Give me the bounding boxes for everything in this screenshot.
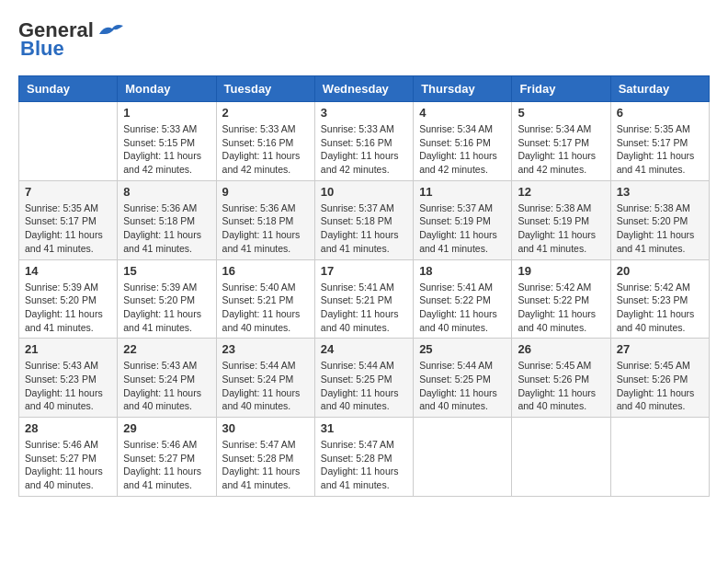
weekday-header-friday: Friday	[512, 76, 610, 102]
day-info: Sunrise: 5:44 AM Sunset: 5:24 PM Dayligh…	[222, 359, 309, 413]
calendar-week-4: 21Sunrise: 5:43 AM Sunset: 5:23 PM Dayli…	[19, 339, 710, 418]
calendar-week-2: 7Sunrise: 5:35 AM Sunset: 5:17 PM Daylig…	[19, 180, 710, 259]
day-info: Sunrise: 5:35 AM Sunset: 5:17 PM Dayligh…	[617, 122, 703, 177]
logo: General Blue	[18, 18, 125, 61]
calendar-cell	[512, 418, 610, 497]
day-number: 8	[123, 185, 210, 199]
calendar-cell: 17Sunrise: 5:41 AM Sunset: 5:21 PM Dayli…	[314, 259, 413, 339]
calendar-cell: 23Sunrise: 5:44 AM Sunset: 5:24 PM Dayli…	[216, 339, 314, 418]
day-number: 5	[518, 106, 604, 120]
day-info: Sunrise: 5:34 AM Sunset: 5:17 PM Dayligh…	[518, 122, 604, 177]
calendar-cell: 7Sunrise: 5:35 AM Sunset: 5:17 PM Daylig…	[19, 180, 118, 259]
calendar-cell	[414, 418, 512, 497]
day-info: Sunrise: 5:36 AM Sunset: 5:18 PM Dayligh…	[222, 201, 309, 256]
calendar-cell: 14Sunrise: 5:39 AM Sunset: 5:20 PM Dayli…	[19, 259, 118, 339]
calendar-cell: 19Sunrise: 5:42 AM Sunset: 5:22 PM Dayli…	[512, 259, 610, 339]
day-number: 27	[617, 342, 703, 356]
day-info: Sunrise: 5:46 AM Sunset: 5:27 PM Dayligh…	[123, 438, 210, 492]
day-number: 20	[617, 264, 703, 278]
day-number: 11	[419, 185, 506, 199]
calendar-cell: 13Sunrise: 5:38 AM Sunset: 5:20 PM Dayli…	[610, 180, 709, 259]
day-info: Sunrise: 5:38 AM Sunset: 5:20 PM Dayligh…	[617, 201, 703, 256]
day-info: Sunrise: 5:42 AM Sunset: 5:22 PM Dayligh…	[518, 281, 604, 335]
calendar-cell: 29Sunrise: 5:46 AM Sunset: 5:27 PM Dayli…	[118, 418, 216, 497]
calendar-cell: 28Sunrise: 5:46 AM Sunset: 5:27 PM Dayli…	[19, 418, 118, 497]
weekday-header-tuesday: Tuesday	[216, 76, 314, 102]
day-number: 12	[518, 185, 604, 199]
day-info: Sunrise: 5:36 AM Sunset: 5:18 PM Dayligh…	[123, 201, 210, 256]
day-info: Sunrise: 5:45 AM Sunset: 5:26 PM Dayligh…	[617, 359, 703, 413]
day-info: Sunrise: 5:35 AM Sunset: 5:17 PM Dayligh…	[25, 201, 111, 256]
day-info: Sunrise: 5:42 AM Sunset: 5:23 PM Dayligh…	[617, 281, 703, 335]
calendar-cell: 5Sunrise: 5:34 AM Sunset: 5:17 PM Daylig…	[512, 102, 610, 181]
calendar-week-1: 1Sunrise: 5:33 AM Sunset: 5:15 PM Daylig…	[19, 102, 710, 181]
day-info: Sunrise: 5:41 AM Sunset: 5:21 PM Dayligh…	[321, 281, 407, 335]
calendar-cell: 20Sunrise: 5:42 AM Sunset: 5:23 PM Dayli…	[610, 259, 709, 339]
calendar-cell: 12Sunrise: 5:38 AM Sunset: 5:19 PM Dayli…	[512, 180, 610, 259]
calendar-week-5: 28Sunrise: 5:46 AM Sunset: 5:27 PM Dayli…	[19, 418, 710, 497]
day-info: Sunrise: 5:44 AM Sunset: 5:25 PM Dayligh…	[321, 359, 407, 413]
calendar-cell: 24Sunrise: 5:44 AM Sunset: 5:25 PM Dayli…	[314, 339, 413, 418]
day-number: 28	[25, 421, 111, 435]
day-info: Sunrise: 5:34 AM Sunset: 5:16 PM Dayligh…	[419, 122, 506, 177]
day-number: 1	[123, 106, 210, 120]
calendar-cell: 3Sunrise: 5:33 AM Sunset: 5:16 PM Daylig…	[314, 102, 413, 181]
logo-blue-text: Blue	[20, 37, 64, 61]
day-info: Sunrise: 5:41 AM Sunset: 5:22 PM Dayligh…	[419, 281, 506, 335]
day-info: Sunrise: 5:46 AM Sunset: 5:27 PM Dayligh…	[25, 438, 111, 492]
calendar-cell: 18Sunrise: 5:41 AM Sunset: 5:22 PM Dayli…	[414, 259, 512, 339]
day-number: 17	[321, 264, 407, 278]
day-number: 26	[518, 342, 604, 356]
calendar-table: SundayMondayTuesdayWednesdayThursdayFrid…	[18, 75, 710, 497]
calendar-cell: 31Sunrise: 5:47 AM Sunset: 5:28 PM Dayli…	[314, 418, 413, 497]
day-number: 16	[222, 264, 309, 278]
day-number: 13	[617, 185, 703, 199]
day-number: 6	[617, 106, 703, 120]
calendar-cell: 25Sunrise: 5:44 AM Sunset: 5:25 PM Dayli…	[414, 339, 512, 418]
day-info: Sunrise: 5:38 AM Sunset: 5:19 PM Dayligh…	[518, 201, 604, 256]
day-number: 21	[25, 342, 111, 356]
day-number: 4	[419, 106, 506, 120]
day-number: 25	[419, 342, 506, 356]
day-info: Sunrise: 5:43 AM Sunset: 5:24 PM Dayligh…	[123, 359, 210, 413]
weekday-header-row: SundayMondayTuesdayWednesdayThursdayFrid…	[19, 76, 710, 102]
day-number: 2	[222, 106, 309, 120]
day-number: 7	[25, 185, 111, 199]
day-info: Sunrise: 5:37 AM Sunset: 5:19 PM Dayligh…	[419, 201, 506, 256]
calendar-cell	[19, 102, 118, 181]
day-info: Sunrise: 5:47 AM Sunset: 5:28 PM Dayligh…	[321, 438, 407, 492]
calendar-cell: 15Sunrise: 5:39 AM Sunset: 5:20 PM Dayli…	[118, 259, 216, 339]
calendar-cell	[610, 418, 709, 497]
calendar-cell: 2Sunrise: 5:33 AM Sunset: 5:16 PM Daylig…	[216, 102, 314, 181]
day-info: Sunrise: 5:39 AM Sunset: 5:20 PM Dayligh…	[123, 281, 210, 335]
day-number: 30	[222, 421, 309, 435]
weekday-header-sunday: Sunday	[19, 76, 118, 102]
day-number: 3	[321, 106, 407, 120]
calendar-cell: 30Sunrise: 5:47 AM Sunset: 5:28 PM Dayli…	[216, 418, 314, 497]
calendar-week-3: 14Sunrise: 5:39 AM Sunset: 5:20 PM Dayli…	[19, 259, 710, 339]
day-number: 22	[123, 342, 210, 356]
day-info: Sunrise: 5:45 AM Sunset: 5:26 PM Dayligh…	[518, 359, 604, 413]
calendar-cell: 27Sunrise: 5:45 AM Sunset: 5:26 PM Dayli…	[610, 339, 709, 418]
calendar-cell: 10Sunrise: 5:37 AM Sunset: 5:18 PM Dayli…	[314, 180, 413, 259]
calendar-cell: 26Sunrise: 5:45 AM Sunset: 5:26 PM Dayli…	[512, 339, 610, 418]
calendar-cell: 21Sunrise: 5:43 AM Sunset: 5:23 PM Dayli…	[19, 339, 118, 418]
day-info: Sunrise: 5:40 AM Sunset: 5:21 PM Dayligh…	[222, 281, 309, 335]
calendar-cell: 6Sunrise: 5:35 AM Sunset: 5:17 PM Daylig…	[610, 102, 709, 181]
day-number: 23	[222, 342, 309, 356]
day-info: Sunrise: 5:33 AM Sunset: 5:15 PM Dayligh…	[123, 122, 210, 177]
calendar-cell: 4Sunrise: 5:34 AM Sunset: 5:16 PM Daylig…	[414, 102, 512, 181]
day-number: 18	[419, 264, 506, 278]
day-info: Sunrise: 5:44 AM Sunset: 5:25 PM Dayligh…	[419, 359, 506, 413]
day-number: 24	[321, 342, 407, 356]
day-number: 9	[222, 185, 309, 199]
day-number: 15	[123, 264, 210, 278]
day-info: Sunrise: 5:47 AM Sunset: 5:28 PM Dayligh…	[222, 438, 309, 492]
calendar-cell: 22Sunrise: 5:43 AM Sunset: 5:24 PM Dayli…	[118, 339, 216, 418]
day-number: 29	[123, 421, 210, 435]
calendar-cell: 16Sunrise: 5:40 AM Sunset: 5:21 PM Dayli…	[216, 259, 314, 339]
day-number: 14	[25, 264, 111, 278]
weekday-header-thursday: Thursday	[414, 76, 512, 102]
calendar-cell: 9Sunrise: 5:36 AM Sunset: 5:18 PM Daylig…	[216, 180, 314, 259]
day-info: Sunrise: 5:33 AM Sunset: 5:16 PM Dayligh…	[321, 122, 407, 177]
